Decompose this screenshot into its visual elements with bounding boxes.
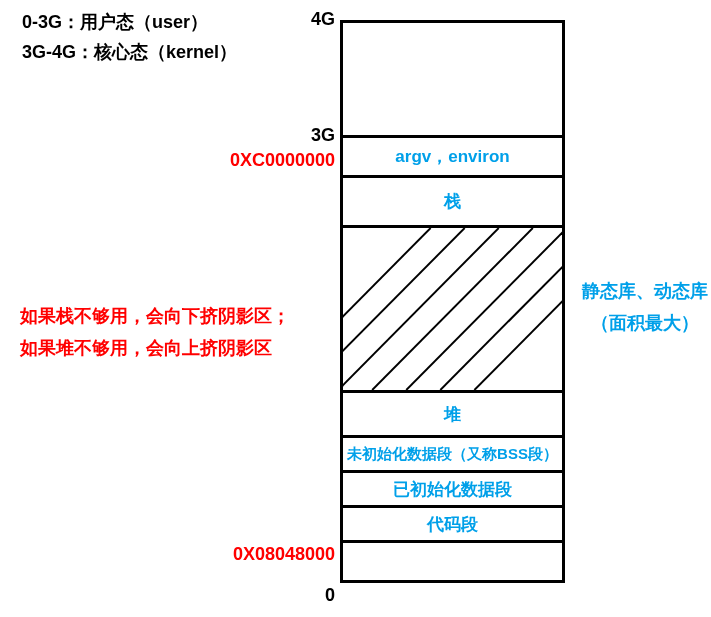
addr-3g: 3G bbox=[245, 125, 335, 146]
note-stack-heap: 如果栈不够用，会向下挤阴影区； 如果堆不够用，会向上挤阴影区 bbox=[20, 300, 330, 365]
seg-data: 已初始化数据段 bbox=[343, 473, 562, 508]
seg-argv: argv，environ bbox=[343, 138, 562, 178]
hatch-icon bbox=[343, 228, 562, 390]
note-right-line1: 静态库、动态库 bbox=[582, 281, 708, 301]
seg-reserved bbox=[343, 543, 562, 583]
svg-line-1 bbox=[343, 228, 499, 390]
seg-kernel bbox=[343, 23, 562, 138]
note-right-line2: （面积最大） bbox=[591, 313, 699, 333]
addr-code-hex: 0X08048000 bbox=[185, 544, 335, 565]
seg-bss: 未初始化数据段（又称BSS段） bbox=[343, 438, 562, 473]
addr-3g-hex: 0XC0000000 bbox=[185, 150, 335, 171]
svg-line-3 bbox=[406, 228, 562, 390]
seg-libs bbox=[343, 228, 562, 393]
addr-0: 0 bbox=[245, 585, 335, 606]
note-left-line1: 如果栈不够用，会向下挤阴影区； bbox=[20, 306, 290, 326]
seg-stack: 栈 bbox=[343, 178, 562, 228]
note-libs: 静态库、动态库 （面积最大） bbox=[575, 275, 711, 340]
note-left-line2: 如果堆不够用，会向上挤阴影区 bbox=[20, 338, 272, 358]
legend-kernel: 3G-4G：核心态（kernel） bbox=[22, 40, 237, 64]
addr-4g: 4G bbox=[245, 9, 335, 30]
memory-layout: argv，environ 栈 堆 未初始化数据段（又称BSS段） 已初始化数据段… bbox=[340, 20, 565, 583]
seg-text: 代码段 bbox=[343, 508, 562, 543]
legend-user: 0-3G：用户态（user） bbox=[22, 10, 208, 34]
seg-heap: 堆 bbox=[343, 393, 562, 438]
svg-line-2 bbox=[372, 228, 533, 390]
